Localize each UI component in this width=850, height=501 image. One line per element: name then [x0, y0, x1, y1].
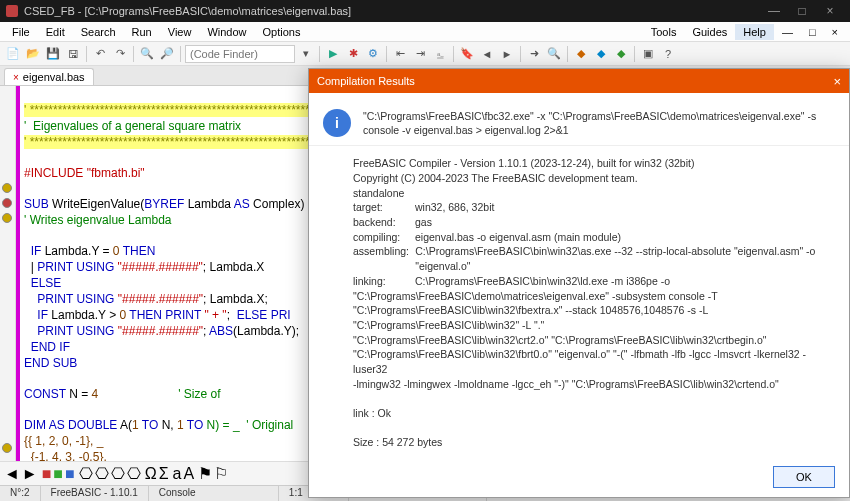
compilation-results-dialog: Compilation Results × i "C:\Programs\Fre…: [308, 68, 850, 498]
menu-window[interactable]: Window: [199, 24, 254, 40]
color-c-icon[interactable]: ■: [65, 465, 75, 483]
minimize-button[interactable]: —: [760, 4, 788, 18]
bookmark-toggle-icon[interactable]: 🔖: [458, 45, 476, 63]
code-token: #INCLUDE: [24, 166, 87, 180]
fmt-b-icon[interactable]: Σ: [159, 465, 169, 483]
menu-run[interactable]: Run: [124, 24, 160, 40]
code-token: ; Lambda.X;: [203, 292, 268, 306]
replace-icon[interactable]: 🔎: [158, 45, 176, 63]
help-icon[interactable]: ?: [659, 45, 677, 63]
run-icon[interactable]: ▶: [324, 45, 342, 63]
extra-c-icon[interactable]: ⎔: [111, 464, 125, 483]
label-assembling: assembling:: [353, 244, 415, 273]
code-token: THEN: [120, 244, 156, 258]
aux-restore-icon[interactable]: □: [801, 24, 824, 40]
fmt-a-icon[interactable]: Ω: [145, 465, 157, 483]
code-token: IF: [24, 308, 48, 322]
code-token: "#####.######": [118, 260, 203, 274]
aux-close-icon[interactable]: ×: [824, 24, 846, 40]
code-token: N,: [158, 418, 177, 432]
code-finder-input[interactable]: [185, 45, 295, 63]
bookmark-prev-icon[interactable]: ◄: [478, 45, 496, 63]
new-file-icon[interactable]: 📄: [4, 45, 22, 63]
tab-eigenval[interactable]: × eigenval.bas: [4, 68, 94, 85]
code-token: DIM: [24, 418, 46, 432]
misc-a-icon[interactable]: ⚑: [198, 464, 212, 483]
code-token: N =: [66, 387, 92, 401]
code-token: PRINT: [162, 308, 204, 322]
close-button[interactable]: ×: [816, 4, 844, 18]
code-token: BYREF: [144, 197, 184, 211]
menu-search[interactable]: Search: [73, 24, 124, 40]
goto-icon[interactable]: ➜: [525, 45, 543, 63]
save-icon[interactable]: 💾: [44, 45, 62, 63]
fold-mark-icon[interactable]: [2, 443, 12, 453]
extra-a-icon[interactable]: ⎔: [79, 464, 93, 483]
indent-in-icon[interactable]: ⇥: [411, 45, 429, 63]
fold-mark-icon[interactable]: [2, 213, 12, 223]
misc-b-icon[interactable]: ⚐: [214, 464, 228, 483]
ok-button[interactable]: OK: [773, 466, 835, 488]
output-link2: "C:\Programs\FreeBASIC\demo\matrices\eig…: [353, 289, 835, 304]
menu-options[interactable]: Options: [255, 24, 309, 40]
maximize-button[interactable]: □: [788, 4, 816, 18]
build-icon[interactable]: ⚙: [364, 45, 382, 63]
compile-icon[interactable]: ✱: [344, 45, 362, 63]
output-link4: "C:\Programs\FreeBASIC\lib\win32\crt2.o"…: [353, 333, 835, 348]
menu-view[interactable]: View: [160, 24, 200, 40]
dialog-title: Compilation Results: [317, 75, 415, 87]
code-token: AS: [46, 418, 65, 432]
aux-min-icon[interactable]: —: [774, 24, 801, 40]
tool-c-icon[interactable]: ◆: [612, 45, 630, 63]
code-token: WriteEigenValue(: [49, 197, 145, 211]
output-link6: -lmingw32 -lmingwex -lmoldname -lgcc_eh …: [353, 377, 835, 392]
value-target: win32, 686, 32bit: [415, 200, 494, 215]
tool-b-icon[interactable]: ◆: [592, 45, 610, 63]
menu-tools[interactable]: Tools: [643, 24, 685, 40]
indent-out-icon[interactable]: ⇤: [391, 45, 409, 63]
code-token: A(: [117, 418, 132, 432]
menu-edit[interactable]: Edit: [38, 24, 73, 40]
save-all-icon[interactable]: 🖫: [64, 45, 82, 63]
code-token: TO: [139, 418, 159, 432]
undo-icon[interactable]: ↶: [91, 45, 109, 63]
dialog-close-icon[interactable]: ×: [833, 74, 841, 89]
open-file-icon[interactable]: 📂: [24, 45, 42, 63]
terminal-icon[interactable]: ▣: [639, 45, 657, 63]
code-line: {{ 1, 2, 0, -1}, _: [24, 434, 103, 448]
status-mode: Console: [149, 486, 279, 501]
menu-help[interactable]: Help: [735, 24, 774, 40]
code-token: (Lambda.Y);: [233, 324, 299, 338]
redo-icon[interactable]: ↷: [111, 45, 129, 63]
fold-mark-icon[interactable]: [2, 198, 12, 208]
bookmark-next-icon[interactable]: ►: [498, 45, 516, 63]
dialog-title-bar[interactable]: Compilation Results ×: [309, 69, 849, 93]
dialog-output: FreeBASIC Compiler - Version 1.10.1 (202…: [309, 146, 849, 457]
tool-a-icon[interactable]: ◆: [572, 45, 590, 63]
tab-close-icon[interactable]: ×: [13, 72, 19, 83]
extra-d-icon[interactable]: ⎔: [127, 464, 141, 483]
extra-b-icon[interactable]: ⎔: [95, 464, 109, 483]
code-token: N) = _ ' Original: [203, 418, 293, 432]
value-backend: gas: [415, 215, 432, 230]
case-a-icon[interactable]: a: [173, 465, 182, 483]
fold-mark-icon[interactable]: [2, 183, 12, 193]
code-token: PRINT USING: [24, 292, 118, 306]
find-icon[interactable]: 🔍: [138, 45, 156, 63]
dropdown-icon[interactable]: ▾: [297, 45, 315, 63]
code-token: 0: [113, 244, 120, 258]
code-token: ; Lambda.X: [203, 260, 264, 274]
next-icon[interactable]: ►: [22, 465, 38, 483]
comment-icon[interactable]: ⎁: [431, 45, 449, 63]
code-token: Lambda.Y =: [41, 244, 113, 258]
menu-file[interactable]: File: [4, 24, 38, 40]
prev-icon[interactable]: ◄: [4, 465, 20, 483]
editor-gutter[interactable]: [0, 86, 16, 461]
color-a-icon[interactable]: ■: [42, 465, 52, 483]
case-b-icon[interactable]: A: [183, 465, 194, 483]
color-b-icon[interactable]: ■: [53, 465, 63, 483]
menu-guides[interactable]: Guides: [684, 24, 735, 40]
zoom-in-icon[interactable]: 🔍: [545, 45, 563, 63]
code-token: DOUBLE: [65, 418, 118, 432]
label-compiling: compiling:: [353, 230, 415, 245]
